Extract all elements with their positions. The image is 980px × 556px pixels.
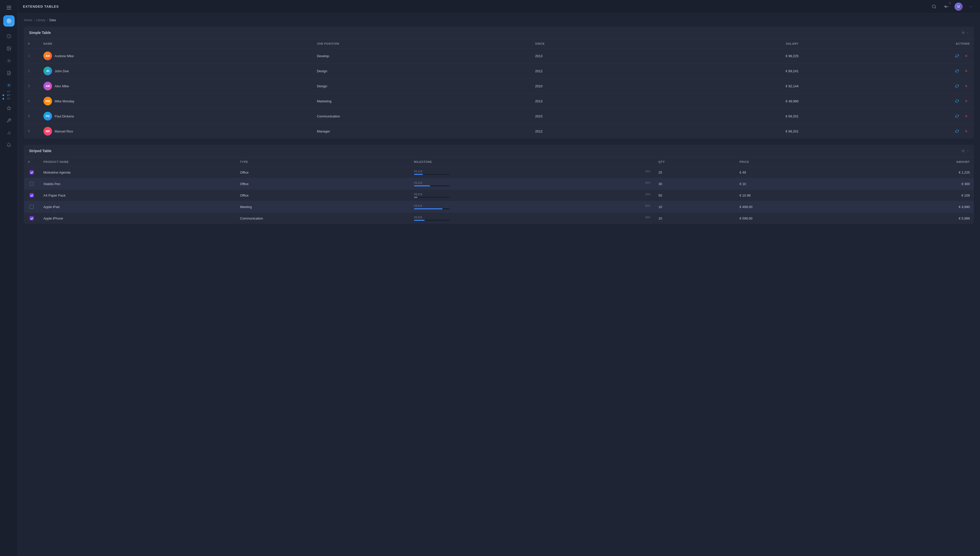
delete-button[interactable] [963, 82, 970, 90]
progress-bar-bg [414, 185, 450, 186]
user-avatar[interactable]: U [954, 3, 963, 11]
row-checkbox[interactable] [30, 205, 34, 209]
col-hash: # [24, 39, 39, 48]
row-price: € 599.00 [736, 213, 853, 224]
striped-table-row: Moleskine Agenda Office V1.2.0 25% 25 € … [24, 167, 974, 178]
search-icon[interactable] [930, 3, 938, 11]
sidebar-icon-image[interactable] [3, 43, 15, 54]
main-area: EXTENDED TABLES U Ho [18, 0, 980, 556]
milestone-version: V2.0.0 [414, 193, 422, 196]
milestone-pct: 45% [645, 181, 650, 184]
row-actions [802, 63, 974, 79]
scol-price: PRICE [736, 157, 853, 167]
striped-table-gear[interactable] [961, 149, 969, 153]
progress-bar-fill [414, 220, 425, 221]
col-since: SINCE [531, 39, 655, 48]
row-since: 2015 [531, 109, 655, 124]
row-qty: 10 [654, 201, 736, 213]
striped-table: # PRODUCT NAME TYPE MILESTONE QTY PRICE … [24, 157, 974, 224]
refresh-button[interactable] [953, 97, 961, 105]
breadcrumb-library[interactable]: Library [36, 18, 45, 22]
hamburger-menu[interactable] [4, 3, 14, 13]
pulse-icon[interactable] [942, 3, 950, 11]
row-type: Office [236, 190, 410, 201]
sidebar-icon-star[interactable] [3, 103, 15, 114]
refresh-button[interactable] [953, 113, 961, 120]
row-product-name: Stabilo Pen [39, 178, 236, 190]
sidebar-icon-settings[interactable] [3, 55, 15, 66]
progress-bar-fill [414, 197, 418, 198]
delete-button[interactable] [963, 52, 970, 60]
row-salary: € 89,241 [655, 63, 802, 79]
scol-product-name: PRODUCT NAME [39, 157, 236, 167]
row-checkbox-cell[interactable] [24, 213, 39, 224]
sidebar-icon-gear-active[interactable] [3, 81, 15, 89]
row-type: Communication [236, 213, 410, 224]
simple-table-row: 2 JD John Doe Design 2012 € 89,241 [24, 63, 974, 79]
row-qty: 30 [654, 178, 736, 190]
user-avatar-4: PD [44, 112, 52, 121]
row-product-name: A4 Paper Pack [39, 190, 236, 201]
row-since: 2012 [531, 124, 655, 139]
breadcrumb-home[interactable]: Home [24, 18, 32, 22]
svg-point-3 [8, 47, 8, 48]
user-avatar-1: JD [44, 66, 52, 75]
row-checkbox-cell[interactable] [24, 178, 39, 190]
sidebar-icon-document[interactable] [3, 67, 15, 79]
row-checkbox[interactable] [30, 170, 34, 175]
col-salary: SALARY [655, 39, 802, 48]
row-checkbox[interactable] [30, 182, 34, 186]
sidebar: RT ET RT [0, 0, 18, 556]
row-price: € 10.99 [736, 190, 853, 201]
svg-line-13 [935, 7, 936, 8]
row-position: Manager [313, 124, 531, 139]
delete-button[interactable] [963, 128, 970, 135]
row-checkbox[interactable] [30, 193, 34, 197]
row-since: 2013 [531, 94, 655, 109]
row-qty: 10 [654, 213, 736, 224]
chevron-down-icon[interactable] [967, 3, 975, 11]
row-num: 4 [24, 94, 39, 109]
notification-dot [949, 2, 951, 4]
scol-type: TYPE [236, 157, 410, 167]
row-qty: 50 [654, 190, 736, 201]
sidebar-label-rt2[interactable]: RT [6, 97, 11, 100]
refresh-button[interactable] [953, 128, 961, 135]
simple-table-row: 3 AM Alex Mike Design 2010 € 92,144 [24, 79, 974, 94]
refresh-button[interactable] [953, 82, 961, 90]
milestone-version: V1.5.0 [414, 204, 422, 207]
user-avatar-3: MM [44, 97, 52, 105]
row-position: Communication [313, 109, 531, 124]
delete-button[interactable] [963, 67, 970, 74]
scol-amount: AMOUNT [853, 157, 974, 167]
sidebar-icon-analytics[interactable] [3, 31, 15, 42]
content-area: Home / Library / Data Simple Table [18, 13, 980, 556]
row-checkbox-cell[interactable] [24, 190, 39, 201]
sidebar-icon-tools[interactable] [3, 115, 15, 126]
row-milestone: V2.0.0 10% [410, 190, 654, 201]
row-num: 1 [24, 48, 39, 63]
delete-button[interactable] [963, 97, 970, 105]
scol-qty: QTY [654, 157, 736, 167]
delete-button[interactable] [963, 113, 970, 120]
simple-table-row: 5 PD Paul Dickens Communication 2015 € 6… [24, 109, 974, 124]
row-user-cell: AM Andrew Mike [39, 48, 313, 63]
row-checkbox[interactable] [30, 216, 34, 220]
sidebar-label-et[interactable]: ET [6, 94, 11, 97]
sidebar-icon-chart[interactable] [3, 127, 15, 138]
svg-point-14 [963, 32, 964, 33]
simple-table-gear[interactable] [961, 31, 969, 35]
row-since: 2010 [531, 79, 655, 94]
refresh-button[interactable] [953, 67, 961, 74]
page-title: EXTENDED TABLES [23, 5, 59, 8]
sidebar-icon-bell[interactable] [3, 139, 15, 150]
striped-table-row: Apple iPhone Communication V1.0.0 30% 10… [24, 213, 974, 224]
refresh-button[interactable] [953, 52, 961, 60]
progress-bar-fill [414, 208, 442, 209]
row-actions [802, 94, 974, 109]
row-checkbox-cell[interactable] [24, 167, 39, 178]
user-name: Manuel Rico [55, 129, 73, 133]
row-checkbox-cell[interactable] [24, 201, 39, 213]
simple-table-row: 1 AM Andrew Mike Develop 2013 € 99,225 [24, 48, 974, 63]
sidebar-label-rt1[interactable]: RT [6, 90, 11, 94]
